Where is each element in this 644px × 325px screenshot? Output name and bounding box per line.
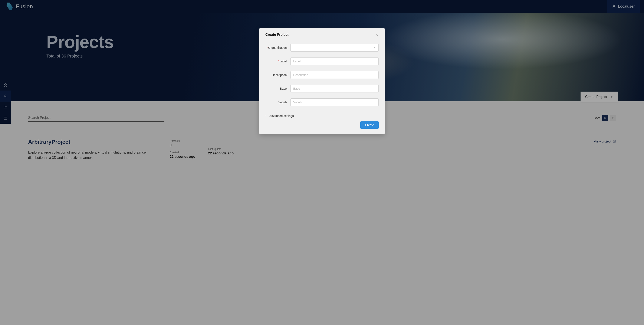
chevron-right-icon: 〉 bbox=[264, 114, 267, 118]
vocab-input[interactable] bbox=[290, 98, 379, 106]
base-label: Base : bbox=[265, 87, 290, 90]
organization-label: *Orgnanization : bbox=[265, 46, 290, 50]
label-label: *Label : bbox=[265, 60, 290, 63]
modal-close-button[interactable] bbox=[375, 33, 379, 37]
label-input[interactable] bbox=[290, 58, 379, 65]
close-icon bbox=[375, 33, 378, 36]
modal-title: Create Project bbox=[265, 33, 288, 37]
base-input[interactable] bbox=[290, 85, 379, 92]
modal-layer: Create Project *Orgnanization : ▼ *Label… bbox=[0, 0, 644, 325]
create-button[interactable]: Create bbox=[360, 122, 379, 129]
advanced-settings-label: Advanced settings bbox=[270, 114, 294, 118]
description-label: Description : bbox=[265, 73, 290, 77]
advanced-settings-toggle[interactable]: 〉 Advanced settings bbox=[260, 114, 384, 122]
chevron-down-icon: ▼ bbox=[374, 46, 376, 49]
create-project-modal: Create Project *Orgnanization : ▼ *Label… bbox=[260, 28, 384, 134]
organization-select[interactable]: ▼ bbox=[290, 44, 379, 52]
description-input[interactable] bbox=[290, 71, 379, 79]
vocab-label: Vocab : bbox=[265, 100, 290, 104]
